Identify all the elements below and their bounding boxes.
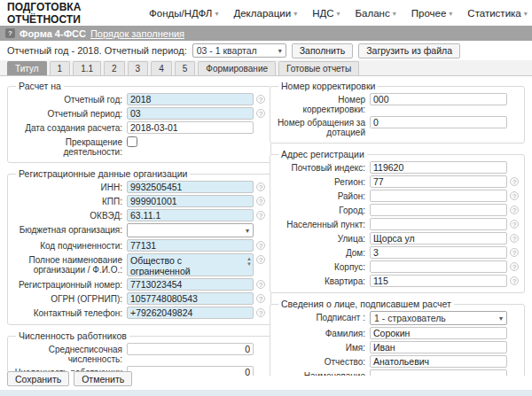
postal-code-input[interactable] (370, 161, 507, 174)
help-icon[interactable]: ? (510, 234, 519, 243)
period-select[interactable]: 03 - 1 квартал ▾ (192, 43, 286, 58)
help-icon[interactable]: ? (256, 255, 265, 264)
field-row: Улица: ? (276, 232, 519, 245)
settlement-input[interactable] (370, 218, 507, 230)
nav-item-deklaracii[interactable]: Декларации▾ (233, 8, 297, 19)
first-name-input[interactable] (370, 341, 507, 353)
okved-input[interactable] (127, 209, 254, 221)
last-name-input[interactable] (370, 327, 507, 339)
form-title: Форма 4-ФСС (20, 28, 86, 39)
field-label: Номер обращения за дотацией (276, 116, 370, 137)
help-icon[interactable]: ? (510, 220, 519, 229)
tab-3[interactable]: 3 (128, 61, 149, 75)
tab-1-1[interactable]: 1.1 (73, 61, 101, 75)
nav-item-nds[interactable]: НДС▾ (312, 8, 340, 19)
tab-5[interactable]: 5 (175, 61, 196, 75)
subordination-code-input[interactable] (127, 239, 254, 252)
section-registration-address: Адрес регистрации Почтовый индекс: Регио… (270, 149, 525, 293)
field-row: Отчетный период: ? (13, 107, 265, 120)
street-input[interactable] (370, 232, 507, 245)
help-icon[interactable]: ? (256, 294, 265, 303)
cancel-button[interactable]: Отменить (74, 371, 132, 386)
tab-4[interactable]: 4 (151, 61, 172, 75)
chevron-down-icon: ▾ (449, 10, 452, 18)
field-label: Город: (276, 204, 370, 215)
help-icon[interactable]: ? (256, 280, 265, 289)
info-icon[interactable]: ? (5, 28, 15, 38)
average-headcount-input[interactable] (127, 343, 254, 355)
tab-formirovanie[interactable]: Формирование (198, 61, 276, 75)
authority-document-textarea[interactable] (370, 369, 507, 376)
field-row: Регион: ? (276, 175, 519, 188)
help-icon[interactable]: ? (510, 177, 519, 186)
registration-number-input[interactable] (127, 278, 254, 291)
help-icon[interactable]: ? (510, 262, 519, 271)
org-name-textarea[interactable]: Общество с ограниченной ответственностью… (127, 253, 254, 276)
building-input[interactable] (370, 260, 507, 273)
help-icon[interactable]: ? (256, 197, 265, 206)
help-icon[interactable]: ? (256, 211, 265, 220)
tab-titul[interactable]: Титул (7, 61, 47, 75)
activity-termination-checkbox[interactable] (127, 136, 137, 147)
chevron-down-icon: ▾ (293, 10, 297, 18)
help-icon[interactable]: ? (510, 206, 519, 214)
help-icon[interactable]: ? (256, 109, 265, 118)
nav-item-statistika[interactable]: Статистика▾ (467, 8, 527, 19)
help-icon[interactable]: ? (256, 241, 265, 250)
chevron-down-icon: ▾ (278, 47, 282, 55)
form-titlebar: ? Форма 4-ФСС Порядок заполнения (0, 26, 532, 41)
field-row: Дом: ? (276, 246, 519, 259)
subsidy-request-number-input[interactable] (370, 116, 507, 128)
budget-org-select[interactable]: ▾ (127, 223, 254, 237)
fill-button[interactable]: Заполнить (292, 43, 354, 58)
help-icon[interactable]: ? (510, 276, 519, 285)
nav-menu: Фонды/НДФЛ▾ Декларации▾ НДС▾ Баланс▾ Про… (149, 8, 528, 19)
help-icon[interactable]: ? (256, 308, 265, 317)
correction-number-input[interactable] (370, 93, 507, 105)
save-button[interactable]: Сохранить (7, 371, 69, 386)
nav-item-label: НДС (312, 8, 333, 19)
section-legend: Адрес регистрации (278, 149, 367, 159)
tab-gotovye-otchety[interactable]: Готовые отчеты (278, 61, 359, 75)
report-period-input[interactable] (127, 107, 254, 120)
contact-phone-input[interactable] (127, 307, 254, 319)
city-input[interactable] (370, 204, 507, 216)
ogrn-input[interactable] (127, 292, 254, 305)
field-row: Фамилия: (276, 327, 519, 339)
inn-input[interactable] (127, 181, 254, 193)
field-row: Наименование документа, подтверждающего … (276, 369, 519, 376)
nav-item-label: Статистика (467, 8, 520, 19)
help-icon[interactable]: ? (510, 191, 519, 200)
filling-order-link[interactable]: Порядок заполнения (90, 28, 184, 39)
report-year-input[interactable] (127, 93, 254, 105)
house-input[interactable] (370, 246, 507, 259)
disabled-workers-input[interactable] (127, 366, 254, 376)
signer-select[interactable]: 1 - страхователь ▾ (370, 311, 507, 325)
field-label: Код подчиненности: (13, 239, 127, 251)
scroll-arrows-icon[interactable]: ▲▼ (246, 256, 252, 267)
help-icon[interactable]: ? (256, 182, 265, 191)
tab-1[interactable]: 1 (50, 61, 71, 75)
bottom-strip (0, 390, 532, 396)
load-from-file-button[interactable]: Загрузить из файла (358, 43, 460, 58)
field-row: ОГРН (ОГРНИП): ? (13, 292, 265, 305)
help-icon[interactable]: ? (256, 95, 265, 104)
nav-item-balans[interactable]: Баланс▾ (356, 8, 396, 19)
nav-item-prochee[interactable]: Прочее▾ (411, 8, 453, 19)
creation-date-input[interactable] (127, 121, 254, 134)
tab-2[interactable]: 2 (104, 61, 125, 75)
field-label: КПП: (13, 195, 127, 206)
help-icon[interactable]: ? (510, 248, 519, 257)
middle-name-input[interactable] (370, 355, 507, 368)
district-input[interactable] (370, 190, 507, 202)
kpp-input[interactable] (127, 195, 254, 207)
apartment-input[interactable] (370, 275, 507, 287)
signer-select-value: 1 - страхователь (374, 313, 446, 323)
field-label: Квартира: (276, 275, 370, 286)
field-row: Полное наименование организации / Ф.И.О.… (13, 253, 265, 276)
field-row: ОКВЭД: ? (13, 209, 265, 221)
field-label: Бюджетная организация: (13, 223, 127, 235)
region-input[interactable] (370, 175, 507, 188)
chevron-down-icon: ▾ (246, 227, 249, 235)
nav-item-fondy-ndfl[interactable]: Фонды/НДФЛ▾ (149, 8, 218, 19)
